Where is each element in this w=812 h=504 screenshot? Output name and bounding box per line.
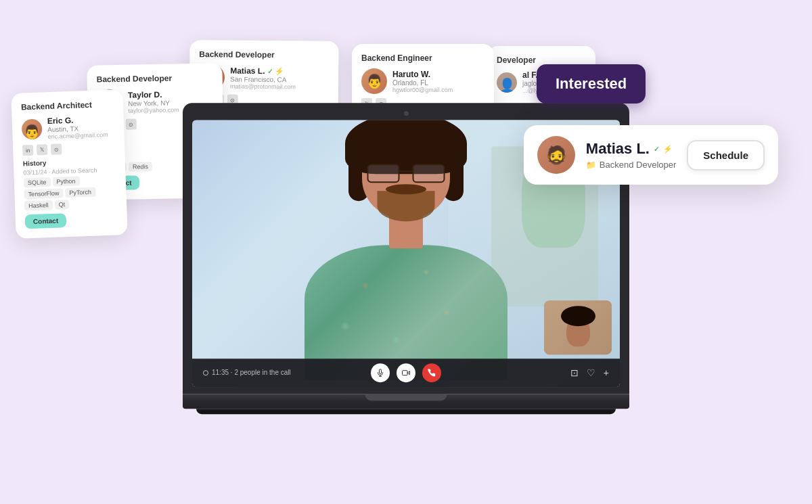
card4-email: hgwtlor00@gmail.com <box>392 87 453 93</box>
laptop-camera <box>404 111 409 116</box>
card3-info: Matias L. ✓ ⚡ San Francisco, CA matias@p… <box>230 66 296 90</box>
skill-redis: Redis <box>129 162 152 172</box>
main-person-video <box>288 127 524 380</box>
call-time-dot <box>203 370 208 375</box>
card2-info: Taylor D. New York, NY taylor@yahoo.com <box>128 89 179 114</box>
card1-info: Eric G. Austin, TX eric.acme@gmail.com <box>47 114 108 140</box>
card1-title: Backend Architect <box>21 99 114 112</box>
controls-right: ⊡ ♡ + <box>570 367 609 378</box>
camera-btn[interactable] <box>397 363 415 382</box>
matias-lightning-icon: ⚡ <box>663 145 673 154</box>
interested-label: Interested <box>556 75 627 92</box>
card3-verify: ✓ <box>267 68 273 75</box>
matias-floating-card: 🧔 Matias L. ✓ ⚡ 📁 Backend Developer Sche… <box>524 125 778 185</box>
skill-tensorflow: TensorFlow <box>24 188 63 199</box>
matias-verify-icon: ✓ <box>654 145 659 153</box>
skill-pytorch: PyTorch <box>65 187 95 198</box>
heart-icon[interactable]: ♡ <box>587 367 595 378</box>
card1-avatar: 👨 <box>22 118 43 139</box>
twitter-icon: 𝕏 <box>37 144 48 156</box>
controls-center <box>371 363 441 382</box>
card-eric: Backend Architect 👨 Eric G. Austin, TX e… <box>11 89 127 239</box>
skill-qt: Qt <box>54 200 69 210</box>
card1-email: eric.acme@gmail.com <box>47 131 108 140</box>
svg-rect-1 <box>403 370 408 375</box>
card3-location: San Francisco, CA <box>230 75 296 83</box>
add-icon[interactable]: + <box>604 367 609 378</box>
card3-lightning: ⚡ <box>275 67 284 75</box>
card2-email: taylor@yahoo.com <box>128 106 179 114</box>
card1-history-text: 03/11/24 · Added to Search <box>23 166 116 177</box>
call-time-text: 11:35 · 2 people in the call <box>212 369 291 376</box>
card1-contact-btn[interactable]: Contact <box>25 213 67 229</box>
svg-marker-0 <box>407 371 410 374</box>
matias-card-name: Matias L. ✓ ⚡ <box>586 140 676 158</box>
laptop-base <box>183 394 629 409</box>
card5-title: Developer <box>497 55 586 65</box>
card4-title: Backend Engineer <box>361 53 484 63</box>
card1-social: in 𝕏 ⊙ <box>22 142 115 156</box>
card2-title: Backend Developer <box>97 73 213 85</box>
interested-badge: Interested <box>537 64 646 104</box>
matias-card-info: Matias L. ✓ ⚡ 📁 Backend Developer <box>586 140 676 170</box>
card4-location: Orlando, FL <box>392 79 453 87</box>
github-icon: ⊙ <box>126 118 137 129</box>
skill-haskell: Haskell <box>24 200 53 210</box>
skill-python: Python <box>52 176 79 186</box>
card3-title: Backend Developer <box>199 49 329 60</box>
pip-video <box>544 300 612 354</box>
card4-info: Haruto W. Orlando, FL hgwtlor00@gmail.co… <box>392 70 453 93</box>
end-call-btn[interactable] <box>422 363 441 382</box>
mute-btn[interactable] <box>371 363 390 382</box>
card1-history-label: History <box>23 157 116 168</box>
linkedin-icon: in <box>22 145 34 156</box>
card1-skills: SQLite Python TensorFlow PyTorch Haskell… <box>24 175 118 211</box>
card1-person-row: 👨 Eric G. Austin, TX eric.acme@gmail.com <box>22 114 115 141</box>
head <box>355 120 457 225</box>
card4-avatar: 👨 <box>361 68 387 94</box>
glasses <box>367 164 445 184</box>
card2-name: Taylor D. <box>128 89 179 99</box>
card4-person-row: 👨 Haruto W. Orlando, FL hgwtlor00@gmail.… <box>361 68 484 94</box>
screen-share-icon[interactable]: ⊡ <box>570 367 579 378</box>
github-icon: ⊙ <box>51 143 62 155</box>
matias-card-role: 📁 Backend Developer <box>586 160 676 170</box>
schedule-button[interactable]: Schedule <box>687 140 765 170</box>
card4-name: Haruto W. <box>392 70 453 79</box>
folder-icon: 📁 <box>586 160 596 170</box>
matias-card-avatar: 🧔 <box>537 136 575 174</box>
card5-avatar: 👤 <box>497 72 517 93</box>
card3-name: Matias L. ✓ ⚡ <box>230 66 296 76</box>
card3-email: matias@protonmail.com <box>230 83 296 90</box>
laptop-foot <box>196 409 616 414</box>
call-controls-bar: 11:35 · 2 people in the call <box>192 359 620 387</box>
skill-sqlite: SQLite <box>24 177 51 187</box>
